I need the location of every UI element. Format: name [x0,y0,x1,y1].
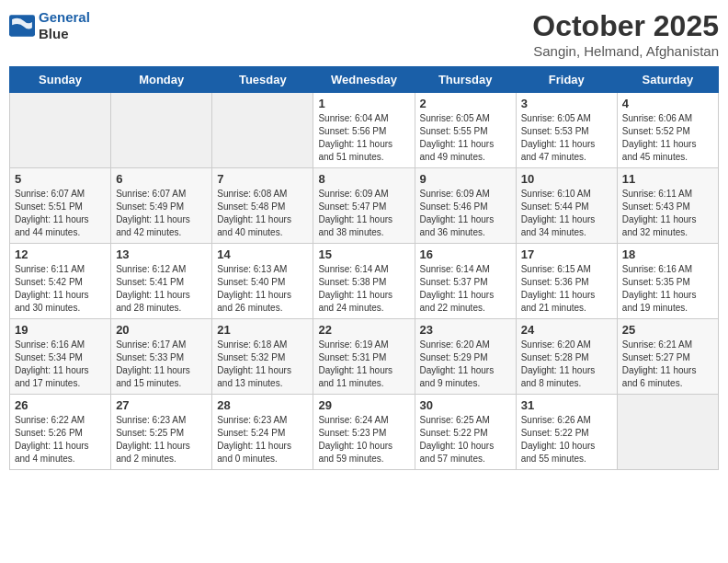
day-number: 4 [622,97,713,110]
calendar-cell [10,93,111,168]
day-info: Sunrise: 6:13 AM Sunset: 5:40 PM Dayligh… [217,263,308,315]
calendar-week-2: 5Sunrise: 6:07 AM Sunset: 5:51 PM Daylig… [10,168,719,244]
day-info: Sunrise: 6:23 AM Sunset: 5:24 PM Dayligh… [217,414,308,465]
calendar-table: SundayMondayTuesdayWednesdayThursdayFrid… [9,66,719,470]
day-info: Sunrise: 6:10 AM Sunset: 5:44 PM Dayligh… [521,188,612,239]
calendar-cell [617,395,718,470]
day-info: Sunrise: 6:08 AM Sunset: 5:48 PM Dayligh… [217,188,308,239]
calendar-week-1: 1Sunrise: 6:04 AM Sunset: 5:56 PM Daylig… [10,93,719,168]
day-number: 13 [116,247,207,261]
logo-text: General Blue [39,9,90,42]
day-number: 28 [217,398,308,412]
day-number: 24 [521,323,612,337]
day-info: Sunrise: 6:14 AM Sunset: 5:38 PM Dayligh… [318,263,409,315]
day-number: 2 [420,97,511,110]
day-number: 14 [217,247,308,261]
calendar-cell: 15Sunrise: 6:14 AM Sunset: 5:38 PM Dayli… [313,244,415,319]
day-info: Sunrise: 6:05 AM Sunset: 5:53 PM Dayligh… [521,112,612,164]
day-info: Sunrise: 6:20 AM Sunset: 5:28 PM Dayligh… [521,339,612,390]
calendar-week-3: 12Sunrise: 6:11 AM Sunset: 5:42 PM Dayli… [10,244,719,319]
day-number: 19 [15,323,106,337]
day-info: Sunrise: 6:21 AM Sunset: 5:27 PM Dayligh… [622,339,713,390]
day-number: 31 [521,398,612,412]
day-info: Sunrise: 6:09 AM Sunset: 5:46 PM Dayligh… [420,188,511,239]
calendar-cell: 31Sunrise: 6:26 AM Sunset: 5:22 PM Dayli… [516,395,617,470]
day-number: 8 [318,172,409,186]
calendar-cell: 16Sunrise: 6:14 AM Sunset: 5:37 PM Dayli… [415,244,516,319]
calendar-cell: 18Sunrise: 6:16 AM Sunset: 5:35 PM Dayli… [617,244,718,319]
day-number: 26 [15,398,106,412]
calendar-cell: 11Sunrise: 6:11 AM Sunset: 5:43 PM Dayli… [617,168,718,244]
calendar-cell [111,93,212,168]
day-number: 29 [318,398,409,412]
calendar-cell [212,93,313,168]
weekday-header-thursday: Thursday [415,67,516,93]
day-info: Sunrise: 6:04 AM Sunset: 5:56 PM Dayligh… [318,112,409,164]
calendar-cell: 2Sunrise: 6:05 AM Sunset: 5:55 PM Daylig… [415,93,516,168]
day-info: Sunrise: 6:12 AM Sunset: 5:41 PM Dayligh… [116,263,207,315]
calendar-cell: 21Sunrise: 6:18 AM Sunset: 5:32 PM Dayli… [212,319,313,395]
day-number: 27 [116,398,207,412]
day-number: 1 [318,97,409,110]
page-header: General Blue October 2025 Sangin, Helman… [9,9,719,59]
day-number: 15 [318,247,409,261]
calendar-cell: 29Sunrise: 6:24 AM Sunset: 5:23 PM Dayli… [313,395,415,470]
page-title: October 2025 [532,9,719,43]
calendar-cell: 24Sunrise: 6:20 AM Sunset: 5:28 PM Dayli… [516,319,617,395]
day-info: Sunrise: 6:11 AM Sunset: 5:43 PM Dayligh… [622,188,713,239]
day-number: 21 [217,323,308,337]
day-number: 20 [116,323,207,337]
day-number: 25 [622,323,713,337]
day-number: 22 [318,323,409,337]
page-subtitle: Sangin, Helmand, Afghanistan [532,43,719,59]
day-info: Sunrise: 6:07 AM Sunset: 5:51 PM Dayligh… [15,188,106,239]
calendar-cell: 3Sunrise: 6:05 AM Sunset: 5:53 PM Daylig… [516,93,617,168]
calendar-cell: 8Sunrise: 6:09 AM Sunset: 5:47 PM Daylig… [313,168,415,244]
calendar-week-4: 19Sunrise: 6:16 AM Sunset: 5:34 PM Dayli… [10,319,719,395]
day-info: Sunrise: 6:25 AM Sunset: 5:22 PM Dayligh… [420,414,511,465]
day-number: 9 [420,172,511,186]
calendar-cell: 4Sunrise: 6:06 AM Sunset: 5:52 PM Daylig… [617,93,718,168]
day-info: Sunrise: 6:26 AM Sunset: 5:22 PM Dayligh… [521,414,612,465]
calendar-cell: 17Sunrise: 6:15 AM Sunset: 5:36 PM Dayli… [516,244,617,319]
weekday-header-row: SundayMondayTuesdayWednesdayThursdayFrid… [10,67,719,93]
calendar-cell: 26Sunrise: 6:22 AM Sunset: 5:26 PM Dayli… [10,395,111,470]
day-info: Sunrise: 6:18 AM Sunset: 5:32 PM Dayligh… [217,339,308,390]
day-info: Sunrise: 6:19 AM Sunset: 5:31 PM Dayligh… [318,339,409,390]
weekday-header-sunday: Sunday [10,67,111,93]
day-info: Sunrise: 6:22 AM Sunset: 5:26 PM Dayligh… [15,414,106,465]
calendar-cell: 20Sunrise: 6:17 AM Sunset: 5:33 PM Dayli… [111,319,212,395]
calendar-cell: 30Sunrise: 6:25 AM Sunset: 5:22 PM Dayli… [415,395,516,470]
day-number: 6 [116,172,207,186]
day-info: Sunrise: 6:16 AM Sunset: 5:34 PM Dayligh… [15,339,106,390]
weekday-header-friday: Friday [516,67,617,93]
calendar-cell: 22Sunrise: 6:19 AM Sunset: 5:31 PM Dayli… [313,319,415,395]
day-number: 10 [521,172,612,186]
calendar-cell: 23Sunrise: 6:20 AM Sunset: 5:29 PM Dayli… [415,319,516,395]
title-block: October 2025 Sangin, Helmand, Afghanista… [532,9,719,59]
day-info: Sunrise: 6:16 AM Sunset: 5:35 PM Dayligh… [622,263,713,315]
calendar-cell: 13Sunrise: 6:12 AM Sunset: 5:41 PM Dayli… [111,244,212,319]
calendar-cell: 19Sunrise: 6:16 AM Sunset: 5:34 PM Dayli… [10,319,111,395]
calendar-cell: 14Sunrise: 6:13 AM Sunset: 5:40 PM Dayli… [212,244,313,319]
day-info: Sunrise: 6:23 AM Sunset: 5:25 PM Dayligh… [116,414,207,465]
day-info: Sunrise: 6:15 AM Sunset: 5:36 PM Dayligh… [521,263,612,315]
weekday-header-saturday: Saturday [617,67,718,93]
day-number: 7 [217,172,308,186]
day-number: 16 [420,247,511,261]
day-info: Sunrise: 6:14 AM Sunset: 5:37 PM Dayligh… [420,263,511,315]
calendar-cell: 7Sunrise: 6:08 AM Sunset: 5:48 PM Daylig… [212,168,313,244]
day-number: 5 [15,172,106,186]
calendar-cell: 1Sunrise: 6:04 AM Sunset: 5:56 PM Daylig… [313,93,415,168]
day-info: Sunrise: 6:17 AM Sunset: 5:33 PM Dayligh… [116,339,207,390]
day-number: 12 [15,247,106,261]
weekday-header-tuesday: Tuesday [212,67,313,93]
day-number: 18 [622,247,713,261]
day-info: Sunrise: 6:06 AM Sunset: 5:52 PM Dayligh… [622,112,713,164]
calendar-cell: 6Sunrise: 6:07 AM Sunset: 5:49 PM Daylig… [111,168,212,244]
calendar-week-5: 26Sunrise: 6:22 AM Sunset: 5:26 PM Dayli… [10,395,719,470]
calendar-cell: 12Sunrise: 6:11 AM Sunset: 5:42 PM Dayli… [10,244,111,319]
calendar-cell: 9Sunrise: 6:09 AM Sunset: 5:46 PM Daylig… [415,168,516,244]
day-info: Sunrise: 6:05 AM Sunset: 5:55 PM Dayligh… [420,112,511,164]
day-number: 30 [420,398,511,412]
